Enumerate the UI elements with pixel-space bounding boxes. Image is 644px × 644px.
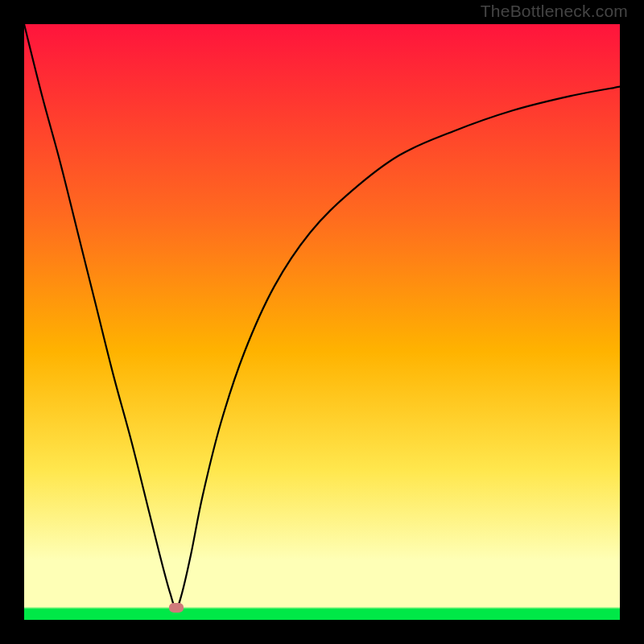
minimum-marker [169, 603, 184, 613]
chart-container: TheBottleneck.com [0, 0, 644, 644]
watermark-text: TheBottleneck.com [481, 2, 628, 21]
plot-area [24, 24, 620, 620]
bottleneck-curve [24, 24, 620, 608]
curve-svg [24, 24, 620, 620]
